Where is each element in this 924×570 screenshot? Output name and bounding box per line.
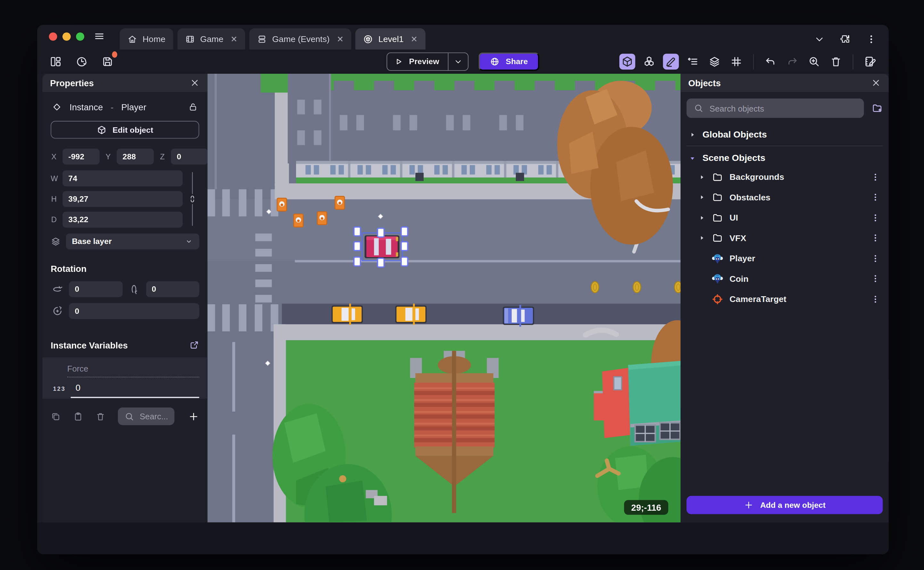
folder-row-ui[interactable]: UI — [687, 207, 883, 228]
view-3d-toggle-button[interactable] — [619, 54, 635, 70]
tab-level1[interactable]: Level1 ✕ — [355, 28, 425, 49]
caret-right-icon[interactable] — [698, 173, 706, 181]
x-position-field[interactable] — [63, 149, 100, 165]
chevron-down-icon[interactable] — [814, 33, 825, 44]
scene-render[interactable] — [207, 74, 681, 522]
main-menu-button[interactable] — [93, 31, 105, 42]
layers-button[interactable] — [706, 54, 722, 70]
y-position-field[interactable] — [117, 149, 154, 165]
toggle-panels-button[interactable] — [48, 54, 64, 70]
scene-icon — [363, 34, 373, 44]
copy-icon[interactable] — [50, 411, 61, 421]
group-divider — [687, 146, 883, 146]
close-tab-icon[interactable]: ✕ — [231, 34, 238, 44]
z-position-field[interactable] — [171, 149, 207, 165]
close-tab-icon[interactable]: ✕ — [411, 34, 418, 44]
tab-game[interactable]: Game ✕ — [177, 28, 245, 49]
caret-right-icon[interactable] — [698, 234, 706, 243]
width-field[interactable] — [63, 170, 183, 187]
row-menu-icon[interactable] — [871, 253, 880, 263]
rotation-x-field[interactable] — [69, 281, 122, 297]
tab-home[interactable]: Home — [119, 28, 173, 49]
undo-button[interactable] — [762, 54, 779, 70]
layer-select[interactable]: Base layer — [66, 233, 199, 250]
row-menu-icon[interactable] — [871, 213, 880, 223]
folder-row-obstacles[interactable]: Obstacles — [687, 187, 883, 207]
minimize-window-button[interactable] — [63, 32, 71, 41]
blue-car[interactable] — [503, 305, 534, 327]
lock-open-icon[interactable] — [188, 102, 198, 112]
caret-down-icon[interactable] — [689, 153, 696, 162]
grid-button[interactable] — [728, 54, 744, 70]
share-button[interactable]: Share — [479, 52, 539, 71]
rotation-z-field[interactable] — [69, 303, 199, 319]
edit-scene-properties-button[interactable] — [862, 54, 878, 70]
objects-search-box[interactable] — [687, 98, 864, 118]
row-menu-icon[interactable] — [871, 172, 880, 182]
overflow-menu-icon[interactable] — [866, 33, 877, 44]
layer-value: Base layer — [72, 237, 111, 246]
history-button[interactable] — [74, 54, 90, 70]
close-window-button[interactable] — [49, 32, 57, 41]
external-link-icon[interactable] — [189, 340, 199, 350]
scene-canvas[interactable]: 29;-116 — [207, 74, 681, 522]
extensions-puzzle-icon[interactable] — [840, 33, 851, 44]
edit-object-button[interactable]: Edit object — [50, 121, 199, 138]
add-folder-icon[interactable] — [872, 103, 883, 114]
edit-mode-button[interactable] — [663, 54, 679, 70]
variable-row[interactable]: Force 123 0 — [42, 357, 207, 399]
height-field[interactable] — [63, 191, 183, 207]
target-object-icon — [712, 294, 723, 305]
close-properties-icon[interactable] — [190, 78, 200, 88]
objects-panel-toggle-button[interactable] — [641, 54, 657, 70]
object-row-player[interactable]: Player — [687, 248, 883, 268]
add-new-object-button[interactable]: Add a new object — [687, 496, 883, 514]
taxi-car-2[interactable] — [396, 303, 427, 325]
row-menu-icon[interactable] — [871, 274, 880, 284]
redo-button[interactable] — [784, 54, 800, 70]
maximize-window-button[interactable] — [76, 32, 84, 41]
rotate-x-icon — [50, 284, 63, 295]
folder-row-vfx[interactable]: VFX — [687, 228, 883, 248]
row-menu-icon[interactable] — [871, 192, 880, 202]
delete-variable-icon[interactable] — [95, 411, 105, 421]
tab-label: Game — [200, 34, 224, 44]
depth-field[interactable] — [63, 211, 183, 228]
preview-options-button[interactable] — [449, 53, 468, 70]
depth-label: D — [50, 215, 57, 224]
row-menu-icon[interactable] — [871, 233, 880, 243]
caret-right-icon[interactable] — [689, 130, 696, 139]
variable-name[interactable]: Force — [67, 364, 199, 377]
object-row-coin[interactable]: Coin — [687, 269, 883, 289]
caret-right-icon[interactable] — [698, 193, 706, 202]
caret-right-icon[interactable] — [698, 213, 706, 222]
objects-panel-header: Objects — [681, 74, 889, 92]
scene-objects-tree: Backgrounds Obstacles UI — [687, 167, 883, 310]
folder-row-backgrounds[interactable]: Backgrounds — [687, 167, 883, 187]
variables-search-box[interactable] — [118, 408, 175, 425]
link-chain-icon[interactable] — [188, 195, 197, 204]
scene-objects-group[interactable]: Scene Objects — [687, 149, 883, 167]
rotate-z-icon — [50, 305, 63, 317]
close-tab-icon[interactable]: ✕ — [337, 34, 344, 44]
instances-list-button[interactable] — [685, 54, 701, 70]
taxi-car-1[interactable] — [331, 303, 363, 325]
object-label: Player — [730, 254, 755, 263]
variables-search-input[interactable] — [140, 412, 168, 421]
close-objects-icon[interactable] — [871, 78, 881, 88]
objects-search-input[interactable] — [710, 104, 857, 113]
save-button[interactable] — [100, 54, 116, 70]
delete-button[interactable] — [828, 54, 844, 70]
preview-label: Preview — [409, 57, 439, 66]
zoom-in-button[interactable] — [806, 54, 822, 70]
preview-button[interactable]: Preview — [387, 53, 449, 70]
folder-icon — [712, 233, 723, 244]
row-menu-icon[interactable] — [871, 294, 880, 304]
add-variable-button[interactable] — [188, 411, 199, 422]
variable-value[interactable]: 0 — [71, 383, 199, 398]
global-objects-group[interactable]: Global Objects — [687, 126, 883, 143]
rotation-y-field[interactable] — [146, 281, 199, 297]
paste-clipboard-icon[interactable] — [73, 411, 83, 421]
tab-game-events[interactable]: Game (Events) ✕ — [249, 28, 351, 49]
object-row-cameratarget[interactable]: CameraTarget — [687, 289, 883, 309]
